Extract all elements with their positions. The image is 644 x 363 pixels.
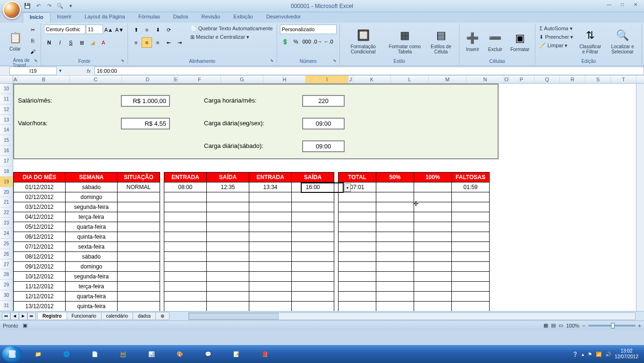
table-cell[interactable] — [376, 302, 414, 311]
minimize-button[interactable]: — — [602, 0, 616, 9]
taskbar-chrome[interactable]: 🌐 — [54, 346, 79, 362]
table-cell[interactable]: terça-feira — [66, 282, 118, 292]
close-button[interactable]: ✕ — [629, 0, 642, 9]
table-cell[interactable] — [339, 232, 376, 242]
decrease-decimal-icon[interactable]: ←.0 — [323, 36, 334, 47]
merge-center-button[interactable]: ⊞ Mesclar e Centralizar ▾ — [189, 33, 274, 41]
table-cell[interactable] — [414, 302, 452, 311]
table-cell[interactable] — [118, 292, 160, 302]
table-cell[interactable] — [452, 212, 490, 222]
grow-font-icon[interactable]: A▲ — [103, 25, 114, 35]
table-cell[interactable] — [376, 232, 414, 242]
table-cell[interactable] — [292, 212, 334, 222]
row-header-16[interactable]: 16 — [0, 146, 13, 156]
new-sheet-button[interactable]: ⊕ — [155, 312, 169, 320]
align-bottom-icon[interactable]: ⬇ — [153, 25, 163, 35]
tab-início[interactable]: Início — [23, 12, 51, 23]
table-cell[interactable] — [207, 192, 249, 202]
table-cell[interactable] — [452, 202, 490, 212]
table-cell[interactable]: 06/12/2012 — [14, 232, 66, 242]
select-all-corner[interactable] — [0, 76, 13, 83]
table-cell[interactable] — [339, 202, 376, 212]
table-cell[interactable] — [118, 262, 160, 272]
view-normal-icon[interactable]: ▦ — [543, 322, 548, 328]
table-cell[interactable]: 01:59 — [452, 182, 490, 192]
table-cell[interactable] — [376, 182, 414, 192]
table-cell[interactable] — [249, 242, 292, 252]
format-cells-button[interactable]: ▣Formatar — [508, 25, 533, 58]
table-cell[interactable]: 08/12/2012 — [14, 252, 66, 262]
carga-sab-value[interactable]: 09:00 — [302, 140, 345, 152]
tray-help-icon[interactable]: ❔ — [572, 352, 578, 357]
sheet-nav-prev[interactable]: ◀ — [10, 312, 19, 320]
table-cell[interactable]: terça-feira — [66, 212, 118, 222]
align-middle-icon[interactable]: ≡ — [142, 25, 152, 35]
timesheet-table[interactable]: DIA DO MÊSSEMANASITUAÇÃOENTRADASAÍDAENTR… — [13, 172, 490, 311]
table-cell[interactable] — [414, 282, 452, 292]
row-header-22[interactable]: 22 — [0, 207, 13, 218]
tab-fórmulas[interactable]: Fórmulas — [132, 12, 167, 23]
table-cell[interactable] — [376, 252, 414, 262]
table-cell[interactable] — [207, 282, 249, 292]
table-cell[interactable] — [207, 202, 249, 212]
table-cell[interactable] — [292, 292, 334, 302]
table-cell[interactable]: 13:34 — [249, 182, 292, 192]
table-cell[interactable]: sábado — [66, 252, 118, 262]
table-cell[interactable] — [164, 202, 207, 212]
tray-clock[interactable]: 13:0212/07/2012 — [615, 348, 638, 360]
table-cell[interactable] — [207, 232, 249, 242]
sheet-tab-registro[interactable]: Registro — [37, 312, 67, 320]
table-cell[interactable] — [452, 292, 490, 302]
table-cell[interactable]: sexta-feira — [66, 242, 118, 252]
conditional-format-button[interactable]: 🔲Formatação Condicional — [343, 25, 384, 58]
table-cell[interactable]: segunda-feira — [66, 272, 118, 282]
carga-seg-value[interactable]: 09:00 — [302, 118, 345, 130]
table-cell[interactable] — [292, 262, 334, 272]
table-cell[interactable] — [452, 282, 490, 292]
bold-button[interactable]: N — [44, 37, 54, 48]
table-cell[interactable] — [292, 302, 334, 311]
table-cell[interactable] — [118, 212, 160, 222]
start-button[interactable] — [2, 346, 23, 362]
col-header-H[interactable]: H — [263, 76, 306, 83]
table-cell[interactable] — [164, 212, 207, 222]
row-header-17[interactable]: 17 — [0, 156, 13, 166]
table-cell[interactable]: 08:00 — [164, 182, 207, 192]
table-cell[interactable] — [118, 252, 160, 262]
table-cell[interactable] — [452, 232, 490, 242]
table-cell[interactable] — [292, 282, 334, 292]
row-header-29[interactable]: 29 — [0, 280, 13, 290]
cut-icon[interactable]: ✂ — [27, 25, 38, 35]
zoom-out-button[interactable]: − — [582, 323, 585, 328]
table-cell[interactable] — [164, 192, 207, 202]
table-cell[interactable] — [452, 192, 490, 202]
table-cell[interactable] — [292, 272, 334, 282]
taskbar-excel[interactable]: 📊 — [139, 346, 164, 362]
table-cell[interactable]: 11/12/2012 — [14, 282, 66, 292]
table-cell[interactable]: 02/12/2012 — [14, 192, 66, 202]
font-size-combo[interactable] — [86, 25, 103, 34]
table-cell[interactable] — [118, 222, 160, 232]
row-header-21[interactable]: 21 — [0, 197, 13, 207]
row-header-23[interactable]: 23 — [0, 218, 13, 228]
save-icon[interactable]: 💾 — [23, 1, 32, 11]
table-cell[interactable] — [339, 252, 376, 262]
table-cell[interactable]: domingo — [66, 262, 118, 272]
redo-icon[interactable]: ↷ — [44, 1, 54, 11]
vertical-scrollbar[interactable] — [636, 84, 644, 311]
sheet-nav-next[interactable]: ▶ — [19, 312, 27, 320]
table-cell[interactable] — [292, 222, 334, 232]
col-header-L[interactable]: L — [391, 76, 429, 83]
zoom-slider[interactable] — [588, 325, 636, 327]
row-header-30[interactable]: 30 — [0, 290, 13, 301]
sort-filter-button[interactable]: ⇅Classificar e Filtrar — [576, 25, 604, 58]
table-cell[interactable] — [249, 222, 292, 232]
zoom-level[interactable]: 100% — [566, 323, 579, 328]
table-cell[interactable] — [414, 182, 452, 192]
row-header-15[interactable]: 15 — [0, 135, 13, 146]
table-cell[interactable]: quinta-feira — [66, 302, 118, 311]
table-cell[interactable] — [376, 292, 414, 302]
table-cell[interactable] — [292, 242, 334, 252]
fill-color-button[interactable]: ◢ — [87, 37, 98, 48]
font-color-button[interactable]: A — [98, 37, 109, 48]
